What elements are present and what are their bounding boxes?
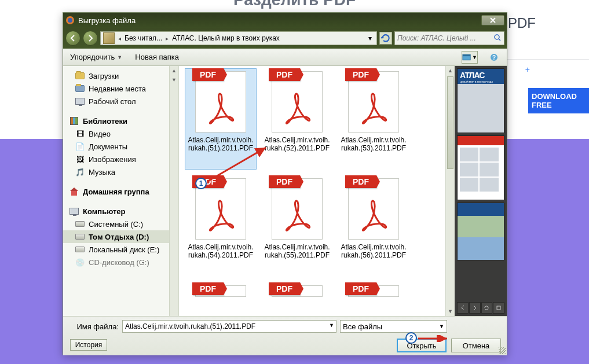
disk-icon — [75, 231, 85, 242]
preview-rotate-button[interactable] — [481, 302, 493, 314]
help-icon: ? — [489, 53, 499, 62]
forward-button[interactable] — [83, 31, 98, 46]
address-dropdown[interactable]: ▾ — [366, 32, 374, 45]
file-name: Atlas.Celij.mir.v.tvoih.rukah.(54).2011.… — [188, 243, 254, 259]
annotation-arrow-1 — [206, 144, 272, 183]
filename-dropdown-icon[interactable]: ▼ — [329, 322, 334, 328]
desktop-icon — [75, 96, 85, 106]
chevron-right-icon: ▸ — [166, 35, 169, 42]
main-area: Загрузки Недавние места Рабочий стол Биб… — [63, 66, 507, 316]
search-box[interactable] — [394, 31, 504, 45]
background-side-text: PDF — [508, 15, 589, 44]
homegroup-icon — [69, 186, 79, 197]
pdf-thumbnail: PDF — [272, 71, 323, 133]
preview-page-1[interactable]: АТЛАС ЦЕЛЫЙ МИР В ТВОИХ РУКАХ — [457, 68, 504, 133]
sidebar-item-drive-d[interactable]: Том Отдыха (D:) — [63, 230, 178, 243]
view-mode-button[interactable]: ▼ — [462, 51, 478, 64]
file-upload-dialog: Выгрузка файла ◂ Без читал... ▸ АТЛАС. Ц… — [63, 12, 507, 355]
view-icon — [462, 54, 471, 61]
file-item[interactable]: PDF Atlas.Celij.mir.v.tvoih.rukah.(52).2… — [261, 68, 333, 170]
disk-icon — [75, 219, 85, 229]
file-item[interactable]: PDF Atlas.Celij.mir.v.tvoih.rukah.(54).2… — [185, 175, 257, 277]
preview-menu-button[interactable] — [493, 302, 504, 314]
filetype-select[interactable]: Все файлы▼ — [340, 320, 447, 333]
sidebar-item-recent[interactable]: Недавние места — [63, 82, 178, 95]
sidebar-item-documents[interactable]: 📄Документы — [63, 140, 178, 153]
bg-plus[interactable]: + — [525, 65, 530, 74]
file-name: Atlas.Celij.mir.v.tvoih.rukah.(56).2011.… — [341, 243, 407, 259]
svg-point-1 — [68, 18, 72, 23]
sidebar-item-music[interactable]: 🎵Музыка — [63, 166, 178, 178]
sidebar-item-drive-g[interactable]: 💿CD-дисковод (G:) — [63, 256, 178, 269]
svg-rect-4 — [463, 54, 470, 56]
preview-next-button[interactable] — [469, 302, 481, 314]
sidebar-scrollbar[interactable]: ▲▼ — [169, 66, 178, 316]
video-icon: 🎞 — [75, 128, 85, 139]
sidebar-item-video[interactable]: 🎞Видео — [63, 127, 178, 140]
preview-page-3[interactable] — [457, 203, 504, 260]
bg-divider — [505, 59, 589, 60]
pdf-thumbnail: PDF — [272, 178, 323, 240]
sidebar-item-drive-e[interactable]: Локальный диск (E:) — [63, 243, 178, 256]
breadcrumb-part-1[interactable]: Без читал... — [125, 34, 162, 42]
preview-page-2[interactable] — [457, 135, 504, 200]
refresh-button[interactable] — [379, 32, 392, 45]
acrobat-icon — [208, 91, 234, 125]
acrobat-icon — [361, 91, 387, 125]
file-item[interactable]: PDF Atlas.Celij.mir.v.tvoih.rukah.(53).2… — [338, 68, 409, 170]
preview-prev-button[interactable] — [457, 302, 469, 314]
preview-cover-subtitle: ЦЕЛЫЙ МИР В ТВОИХ РУКАХ — [460, 80, 493, 83]
content-scrollbar[interactable]: ▲▼ — [445, 66, 455, 316]
sidebar-item-downloads[interactable]: Загрузки — [63, 69, 178, 82]
new-folder-button[interactable]: Новая папка — [133, 51, 181, 63]
pdf-badge: PDF — [345, 68, 376, 81]
documents-icon: 📄 — [75, 141, 85, 152]
organize-menu[interactable]: Упорядочить▼ — [68, 51, 125, 63]
sidebar: Загрузки Недавние места Рабочий стол Биб… — [63, 66, 179, 316]
file-item-partial[interactable]: PDF — [338, 282, 409, 303]
dialog-title: Выгрузка файла — [78, 16, 481, 25]
sidebar-item-images[interactable]: 🖼Изображения — [63, 153, 178, 166]
sidebar-item-desktop[interactable]: Рабочий стол — [63, 95, 178, 108]
cancel-button[interactable]: Отмена — [451, 339, 501, 352]
file-item-partial[interactable]: PDF — [261, 282, 333, 303]
images-icon: 🖼 — [75, 154, 85, 164]
filename-input[interactable] — [122, 320, 336, 333]
file-name: Atlas.Celij.mir.v.tvoih.rukah.(53).2011.… — [341, 136, 407, 152]
file-name: Atlas.Celij.mir.v.tvoih.rukah.(55).2011.… — [264, 243, 330, 259]
sidebar-item-drive-c[interactable]: Системный (C:) — [63, 218, 178, 230]
chevron-left-icon: ◂ — [118, 35, 121, 42]
file-item[interactable]: PDF Atlas.Celij.mir.v.tvoih.rukah.(56).2… — [338, 175, 409, 277]
sidebar-group-libraries[interactable]: Библиотеки — [63, 115, 178, 127]
preview-controls — [457, 302, 504, 314]
sidebar-group-homegroup[interactable]: Домашняя группа — [63, 185, 178, 198]
download-button[interactable]: DOWNLOAD FREE — [528, 88, 589, 113]
help-button[interactable]: ? — [486, 51, 502, 64]
pdf-thumbnail: PDF — [195, 71, 246, 133]
page-title-behind: Разделить PDF — [233, 0, 356, 9]
recent-icon — [75, 83, 85, 94]
acrobat-icon — [361, 198, 387, 232]
toolbar: Упорядочить▼ Новая папка ▼ ? — [63, 49, 507, 66]
disk-icon — [75, 244, 85, 255]
sidebar-group-computer[interactable]: Компьютер — [63, 205, 178, 218]
svg-text:?: ? — [492, 54, 496, 61]
pdf-badge: PDF — [192, 68, 224, 81]
preview-pane: АТЛАС ЦЕЛЫЙ МИР В ТВОИХ РУКАХ — [455, 66, 507, 316]
folder-thumb-icon — [103, 32, 115, 44]
pdf-badge: PDF — [269, 68, 300, 81]
address-bar[interactable]: ◂ Без читал... ▸ АТЛАС. Целый мир в твои… — [100, 31, 377, 45]
close-button[interactable] — [481, 15, 504, 25]
music-icon: 🎵 — [75, 167, 85, 177]
back-button[interactable] — [65, 31, 81, 46]
breadcrumb-part-2[interactable]: АТЛАС. Целый мир в твоих руках — [172, 34, 280, 42]
file-content: PDF Atlas.Celij.mir.v.tvoih.rukah.(51).2… — [179, 66, 507, 316]
computer-icon — [69, 206, 79, 216]
file-list[interactable]: PDF Atlas.Celij.mir.v.tvoih.rukah.(51).2… — [179, 66, 445, 316]
search-input[interactable] — [397, 34, 493, 42]
resize-grip[interactable] — [499, 347, 506, 354]
file-item[interactable]: PDF Atlas.Celij.mir.v.tvoih.rukah.(55).2… — [261, 175, 333, 277]
history-button[interactable]: История — [70, 339, 107, 351]
acrobat-icon — [208, 198, 234, 232]
file-item-partial[interactable]: PDF — [185, 282, 257, 303]
